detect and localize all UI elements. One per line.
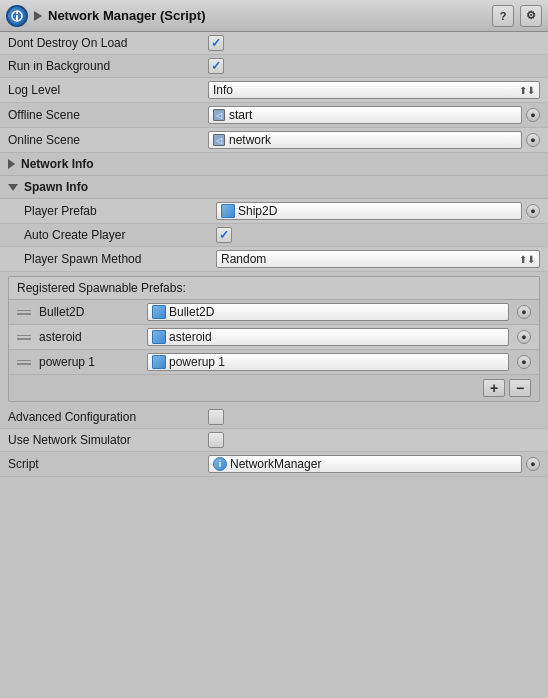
- offline-scene-field[interactable]: ◁ start: [208, 106, 522, 124]
- online-scene-row: Online Scene ◁ network ●: [0, 128, 548, 153]
- advanced-config-checkbox[interactable]: [208, 409, 224, 425]
- spawnable-header-text: Registered Spawnable Prefabs:: [17, 281, 186, 295]
- online-scene-value: ◁ network ●: [208, 131, 540, 149]
- script-picker[interactable]: ●: [526, 457, 540, 471]
- online-scene-text: network: [229, 133, 271, 147]
- player-prefab-field[interactable]: Ship2D: [216, 202, 522, 220]
- player-spawn-method-dropdown[interactable]: Random ⬆⬇: [216, 250, 540, 268]
- online-scene-field[interactable]: ◁ network: [208, 131, 522, 149]
- spawn-info-section[interactable]: Spawn Info: [0, 176, 548, 199]
- component-header: Network Manager (Script) ? ⚙: [0, 0, 548, 32]
- svg-rect-2: [16, 15, 18, 20]
- player-prefab-label: Player Prefab: [24, 204, 216, 218]
- spawnable-row-powerup1: powerup 1 powerup 1 ●: [9, 350, 539, 375]
- spawnable-row-bullet2d: Bullet2D Bullet2D ●: [9, 300, 539, 325]
- player-spawn-method-row: Player Spawn Method Random ⬆⬇: [0, 247, 548, 272]
- spawnable-section: Registered Spawnable Prefabs: Bullet2D B…: [8, 276, 540, 402]
- script-label: Script: [8, 457, 208, 471]
- drag-handle-asteroid[interactable]: [17, 335, 31, 340]
- component-title: Network Manager (Script): [48, 8, 486, 23]
- foldout-triangle[interactable]: [34, 11, 42, 21]
- spawnable-header: Registered Spawnable Prefabs:: [9, 277, 539, 300]
- auto-create-player-row: Auto Create Player: [0, 224, 548, 247]
- spawnable-picker-bullet2d[interactable]: ●: [517, 305, 531, 319]
- spawnable-value-bullet2d: Bullet2D: [169, 305, 214, 319]
- spawnable-value-asteroid: asteroid: [169, 330, 212, 344]
- svg-point-1: [16, 12, 18, 14]
- auto-create-player-checkbox[interactable]: [216, 227, 232, 243]
- dont-destroy-checkbox[interactable]: [208, 35, 224, 51]
- component-icon: [6, 5, 28, 27]
- spawnable-cube-powerup1: [152, 355, 166, 369]
- network-simulator-value: [208, 432, 540, 448]
- spawnable-name-asteroid: asteroid: [39, 330, 139, 344]
- script-icon: i: [213, 457, 227, 471]
- spawnable-remove-button[interactable]: −: [509, 379, 531, 397]
- player-prefab-cube-icon: [221, 204, 235, 218]
- log-level-dropdown[interactable]: Info ⬆⬇: [208, 81, 540, 99]
- run-background-row: Run in Background: [0, 55, 548, 78]
- network-info-triangle: [8, 159, 15, 169]
- offline-scene-picker[interactable]: ●: [526, 108, 540, 122]
- run-background-label: Run in Background: [8, 59, 208, 73]
- spawnable-cube-asteroid: [152, 330, 166, 344]
- auto-create-player-label: Auto Create Player: [24, 228, 216, 242]
- log-level-value: Info ⬆⬇: [208, 81, 540, 99]
- player-spawn-method-dropdown-value: Random: [221, 252, 266, 266]
- spawnable-add-button[interactable]: +: [483, 379, 505, 397]
- spawn-info-triangle: [8, 184, 18, 191]
- run-background-checkbox[interactable]: [208, 58, 224, 74]
- run-background-value: [208, 58, 540, 74]
- drag-handle-bullet2d[interactable]: [17, 310, 31, 315]
- spawnable-cube-bullet2d: [152, 305, 166, 319]
- dont-destroy-value: [208, 35, 540, 51]
- spawnable-picker-asteroid[interactable]: ●: [517, 330, 531, 344]
- log-level-row: Log Level Info ⬆⬇: [0, 78, 548, 103]
- player-prefab-value: Ship2D ●: [216, 202, 540, 220]
- player-prefab-text: Ship2D: [238, 204, 277, 218]
- player-prefab-row: Player Prefab Ship2D ●: [0, 199, 548, 224]
- advanced-config-value: [208, 409, 540, 425]
- auto-create-player-value: [216, 227, 540, 243]
- dont-destroy-row: Dont Destroy On Load: [0, 32, 548, 55]
- inspector-panel: Network Manager (Script) ? ⚙ Dont Destro…: [0, 0, 548, 477]
- online-scene-picker[interactable]: ●: [526, 133, 540, 147]
- player-prefab-picker[interactable]: ●: [526, 204, 540, 218]
- script-field[interactable]: i NetworkManager: [208, 455, 522, 473]
- online-scene-icon: ◁: [213, 134, 225, 146]
- drag-handle-powerup1[interactable]: [17, 360, 31, 365]
- network-simulator-checkbox[interactable]: [208, 432, 224, 448]
- offline-scene-row: Offline Scene ◁ start ●: [0, 103, 548, 128]
- spawnable-picker-powerup1[interactable]: ●: [517, 355, 531, 369]
- online-scene-label: Online Scene: [8, 133, 208, 147]
- spawnable-field-bullet2d[interactable]: Bullet2D: [147, 303, 509, 321]
- network-simulator-label: Use Network Simulator: [8, 433, 208, 447]
- player-spawn-method-label: Player Spawn Method: [24, 252, 216, 266]
- network-simulator-row: Use Network Simulator: [0, 429, 548, 452]
- player-spawn-method-value: Random ⬆⬇: [216, 250, 540, 268]
- advanced-config-row: Advanced Configuration: [0, 406, 548, 429]
- help-button[interactable]: ?: [492, 5, 514, 27]
- spawn-info-label: Spawn Info: [24, 180, 88, 194]
- offline-scene-label: Offline Scene: [8, 108, 208, 122]
- script-text: NetworkManager: [230, 457, 321, 471]
- spawnable-value-powerup1: powerup 1: [169, 355, 225, 369]
- script-row: Script i NetworkManager ●: [0, 452, 548, 477]
- spawnable-row-asteroid: asteroid asteroid ●: [9, 325, 539, 350]
- network-info-label: Network Info: [21, 157, 94, 171]
- dont-destroy-label: Dont Destroy On Load: [8, 36, 208, 50]
- spawnable-field-powerup1[interactable]: powerup 1: [147, 353, 509, 371]
- player-spawn-method-dropdown-arrow: ⬆⬇: [519, 254, 535, 265]
- spawnable-name-bullet2d: Bullet2D: [39, 305, 139, 319]
- log-level-label: Log Level: [8, 83, 208, 97]
- advanced-config-label: Advanced Configuration: [8, 410, 208, 424]
- settings-button[interactable]: ⚙: [520, 5, 542, 27]
- spawnable-field-asteroid[interactable]: asteroid: [147, 328, 509, 346]
- offline-scene-text: start: [229, 108, 252, 122]
- log-level-dropdown-value: Info: [213, 83, 233, 97]
- script-value: i NetworkManager ●: [208, 455, 540, 473]
- log-level-dropdown-arrow: ⬆⬇: [519, 85, 535, 96]
- offline-scene-value: ◁ start ●: [208, 106, 540, 124]
- network-info-section[interactable]: Network Info: [0, 153, 548, 176]
- offline-scene-icon: ◁: [213, 109, 225, 121]
